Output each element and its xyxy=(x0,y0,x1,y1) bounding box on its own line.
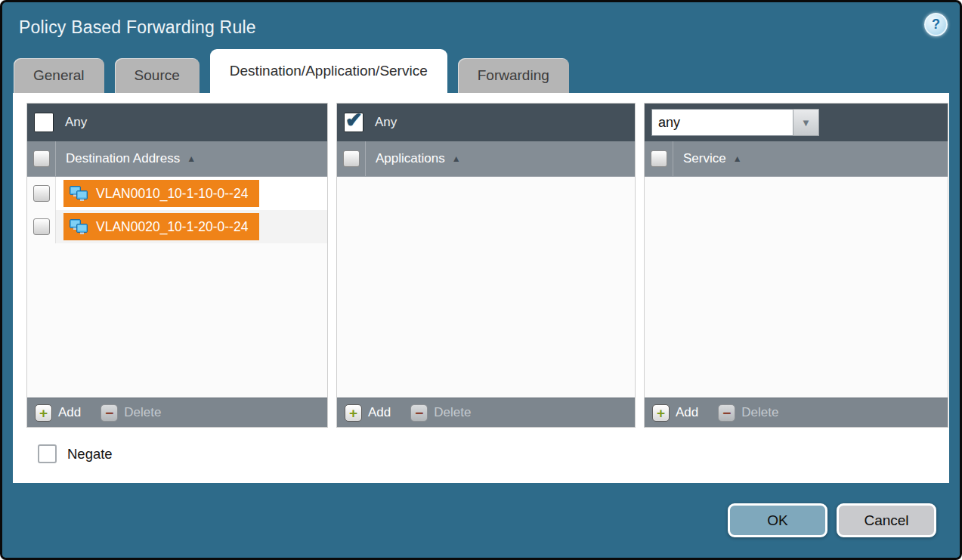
network-address-icon xyxy=(69,218,89,236)
applications-toolbar: + Add − Delete xyxy=(337,398,635,427)
applications-any-checkbox[interactable]: ✔ xyxy=(344,113,363,132)
row-checkbox[interactable] xyxy=(33,185,50,202)
delete-minus-icon: − xyxy=(718,404,735,422)
tab-general[interactable]: General xyxy=(14,58,104,93)
network-address-icon xyxy=(69,185,89,203)
delete-minus-icon: − xyxy=(410,404,428,422)
destination-select-all-checkbox[interactable] xyxy=(33,150,50,167)
destination-list: VLAN0010_10-1-10-0--24 xyxy=(27,177,327,398)
dialog-footer: OK Cancel xyxy=(2,483,960,558)
destination-add-button[interactable]: + Add xyxy=(35,404,81,422)
sort-asc-icon[interactable]: ▲ xyxy=(733,153,742,164)
tab-destination-application-service[interactable]: Destination/Application/Service xyxy=(210,49,447,93)
service-header-label[interactable]: Service xyxy=(683,151,726,166)
service-delete-button[interactable]: − Delete xyxy=(718,404,778,422)
negate-checkbox[interactable] xyxy=(38,444,57,463)
applications-any-label: Any xyxy=(375,115,397,130)
destination-item-vlan0010[interactable]: VLAN0010_10-1-10-0--24 xyxy=(63,180,259,207)
titlebar: Policy Based Forwarding Rule ? xyxy=(2,2,960,52)
destination-any-checkbox[interactable]: ✔ xyxy=(34,113,54,132)
service-combo: ▼ xyxy=(651,109,819,136)
tab-forwarding[interactable]: Forwarding xyxy=(458,58,569,93)
delete-minus-icon: − xyxy=(101,404,118,422)
negate-label: Negate xyxy=(67,446,113,463)
applications-delete-button[interactable]: − Delete xyxy=(410,404,471,422)
service-list xyxy=(645,177,948,398)
help-icon[interactable]: ? xyxy=(924,13,948,36)
policy-based-forwarding-dialog: Policy Based Forwarding Rule ? General S… xyxy=(0,0,962,560)
destination-any-bar: ✔ Any xyxy=(27,104,327,141)
applications-header-label[interactable]: Applications xyxy=(376,151,445,166)
applications-column-header: Applications ▲ xyxy=(337,141,635,177)
table-row: VLAN0020_10-1-20-0--24 xyxy=(27,210,327,243)
service-add-button[interactable]: + Add xyxy=(652,404,698,422)
add-plus-icon: + xyxy=(35,404,52,422)
tab-source[interactable]: Source xyxy=(115,58,200,93)
destination-any-label: Any xyxy=(65,115,87,130)
service-select-all-checkbox[interactable] xyxy=(651,150,667,167)
add-plus-icon: + xyxy=(345,404,362,422)
destination-delete-button[interactable]: − Delete xyxy=(101,404,161,422)
destination-item-label: VLAN0010_10-1-10-0--24 xyxy=(96,186,248,202)
service-dropdown-bar: ▼ xyxy=(645,104,948,141)
destination-toolbar: + Add − Delete xyxy=(27,398,327,427)
service-panel: ▼ Service ▲ + Add xyxy=(644,103,948,428)
applications-select-all-checkbox[interactable] xyxy=(343,150,360,167)
service-column-header: Service ▲ xyxy=(645,141,948,177)
destination-address-panel: ✔ Any Destination Address ▲ xyxy=(26,103,328,428)
table-row: VLAN0010_10-1-10-0--24 xyxy=(27,177,327,210)
destination-header-label[interactable]: Destination Address xyxy=(66,151,180,166)
tab-bar: General Source Destination/Application/S… xyxy=(2,52,960,93)
tab-content: ✔ Any Destination Address ▲ xyxy=(13,93,949,487)
chevron-down-icon: ▼ xyxy=(801,117,811,128)
applications-list xyxy=(337,177,635,398)
row-checkbox[interactable] xyxy=(33,218,50,235)
add-plus-icon: + xyxy=(652,404,670,422)
service-dropdown-button[interactable]: ▼ xyxy=(793,109,819,136)
sort-asc-icon[interactable]: ▲ xyxy=(452,153,461,164)
destination-item-label: VLAN0020_10-1-20-0--24 xyxy=(96,219,248,235)
applications-any-bar: ✔ Any xyxy=(337,104,635,141)
applications-panel: ✔ Any Applications ▲ + Add xyxy=(336,103,636,428)
help-glyph: ? xyxy=(932,17,940,32)
negate-row: Negate xyxy=(38,444,949,463)
service-toolbar: + Add − Delete xyxy=(645,398,948,427)
dialog-title: Policy Based Forwarding Rule xyxy=(19,17,256,38)
destination-column-header: Destination Address ▲ xyxy=(27,141,327,177)
destination-item-vlan0020[interactable]: VLAN0020_10-1-20-0--24 xyxy=(63,213,259,240)
columns-container: ✔ Any Destination Address ▲ xyxy=(13,93,949,428)
sort-asc-icon[interactable]: ▲ xyxy=(187,153,196,164)
applications-add-button[interactable]: + Add xyxy=(345,404,391,422)
ok-button[interactable]: OK xyxy=(728,503,827,537)
service-dropdown-input[interactable] xyxy=(651,109,793,136)
cancel-button[interactable]: Cancel xyxy=(837,503,936,537)
